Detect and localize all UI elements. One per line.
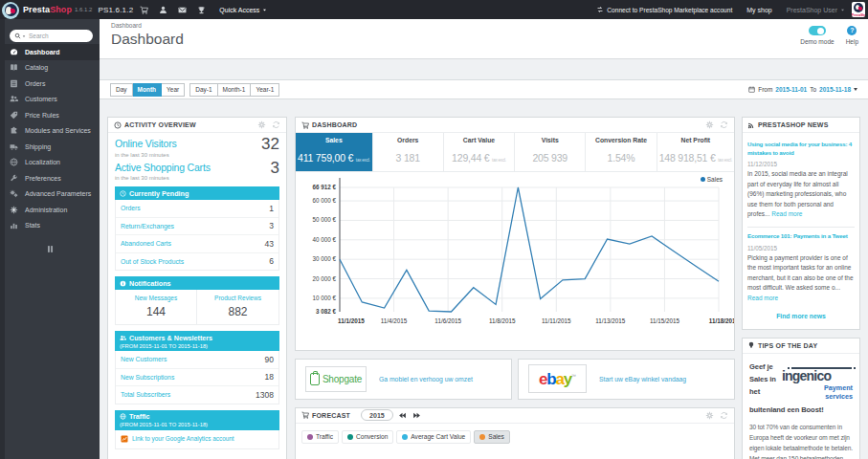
- total-subscribers-link[interactable]: Total Subscribers: [121, 391, 170, 398]
- kpi-value: 411 759,00 € tax excl.: [298, 153, 370, 164]
- month-minus-1-button[interactable]: Month-1: [218, 83, 252, 97]
- ebay-letter: a: [555, 370, 563, 388]
- sidebar-item-catalog[interactable]: Catalog: [0, 60, 100, 76]
- active-carts-link[interactable]: Active Shopping Carts: [115, 162, 211, 174]
- new-messages-link[interactable]: New Messages: [118, 295, 194, 301]
- sidebar-item-shipping[interactable]: Shipping: [0, 139, 100, 155]
- ebay-banner[interactable]: ebay™ Start uw eBay winkel vandaag: [518, 359, 735, 400]
- online-visitors-subtitle: in the last 30 minutes: [115, 152, 279, 158]
- sidebar-item-dashboard[interactable]: Dashboard: [0, 44, 100, 60]
- shop-name-link[interactable]: PS1.6.1.2: [98, 6, 133, 14]
- search-type-caret-icon[interactable]: [22, 34, 26, 38]
- month-button[interactable]: Month: [133, 83, 163, 97]
- marketplace-label: Connect to PrestaShop Marketplace accoun…: [607, 7, 732, 13]
- messages-icon[interactable]: [178, 6, 187, 14]
- user-avatar[interactable]: PrestaShop: [852, 2, 865, 17]
- my-shop-link[interactable]: My shop: [746, 7, 771, 13]
- marketplace-link[interactable]: Connect to PrestaShop Marketplace accoun…: [596, 6, 732, 13]
- kpi-net-profit[interactable]: Net Profit 148 918,51 € tax excl.: [657, 133, 734, 171]
- to-date: 2015-11-18: [819, 86, 851, 93]
- sidebar-item-localization[interactable]: Localization: [0, 155, 100, 171]
- day-button[interactable]: Day: [110, 83, 133, 97]
- panel-refresh-icon[interactable]: [272, 120, 280, 129]
- product-reviews-value: 882: [199, 305, 277, 318]
- kpi-conversion-rate[interactable]: Conversion Rate 1.54%: [586, 133, 657, 171]
- user-menu[interactable]: PrestaShop User: [787, 7, 845, 13]
- panel-settings-icon[interactable]: [705, 120, 714, 129]
- kpi-cart-value[interactable]: Cart Value 129,44 € tax excl.: [444, 133, 515, 171]
- panel-settings-icon[interactable]: [705, 411, 714, 420]
- year-button[interactable]: Year: [162, 83, 185, 97]
- new-customers-link[interactable]: New Customers: [121, 356, 167, 362]
- sidebar-item-preferences[interactable]: Preferences: [0, 170, 100, 186]
- chart-legend[interactable]: Sales: [701, 176, 723, 183]
- previous-year-button[interactable]: [398, 411, 408, 419]
- activity-overview-panel: ACTIVITY OVERVIEW Online Visitors 32 in …: [107, 117, 287, 459]
- shopgate-banner[interactable]: Shopgate Ga mobiel en verhoog uw omzet: [295, 359, 512, 400]
- sidebar-item-orders[interactable]: Orders: [0, 76, 100, 92]
- find-more-news-link[interactable]: Find more news: [747, 313, 855, 319]
- sidebar-item-customers[interactable]: Customers: [0, 92, 100, 108]
- panel-refresh-icon[interactable]: [720, 411, 728, 420]
- forecast-legend-traffic[interactable]: Traffic: [301, 430, 339, 444]
- panel-refresh-icon[interactable]: [720, 120, 728, 129]
- news-article-title[interactable]: Using social media for your business: 4 …: [747, 141, 855, 157]
- online-visitors-link[interactable]: Online Visitors: [115, 138, 177, 150]
- sidebar-item-price-rules[interactable]: Price Rules: [0, 107, 100, 123]
- kpi-visits[interactable]: Visits 205 939: [515, 133, 586, 171]
- news-article-title[interactable]: Ecommerce 101: Payments in a Tweet: [747, 232, 855, 241]
- demo-mode-toggle[interactable]: [809, 26, 826, 35]
- prestashop-logo[interactable]: [2, 2, 19, 19]
- cart-icon[interactable]: [140, 6, 148, 14]
- sidebar-item-administration[interactable]: Administration: [0, 202, 100, 218]
- panel-settings-icon[interactable]: [257, 120, 266, 129]
- news-body: Using social media for your business: 4 …: [743, 133, 859, 329]
- help-label: Help: [846, 38, 858, 45]
- sidebar-item-label: Stats: [25, 222, 40, 229]
- orders-link[interactable]: Orders: [121, 205, 141, 211]
- quick-access-menu[interactable]: Quick Access: [219, 7, 267, 13]
- year-minus-1-button[interactable]: Year-1: [251, 83, 279, 97]
- sidebar-item-label: Customers: [25, 96, 57, 102]
- forecast-legend-average-cart-value[interactable]: Average Cart Value: [396, 430, 471, 444]
- breadcrumb: Dashboard: [111, 22, 857, 29]
- chart-x-label: 11/15/2015: [650, 317, 680, 324]
- forecast-legend-conversion[interactable]: Conversion: [342, 430, 393, 444]
- shopgate-link[interactable]: Ga mobiel en verhoog uw omzet: [379, 376, 473, 382]
- row-value: 90: [265, 356, 274, 364]
- returns-link[interactable]: Return/Exchanges: [121, 223, 174, 230]
- sidebar-item-advanced-parameters[interactable]: Advanced Parameters: [0, 186, 100, 203]
- read-more-link[interactable]: Read more: [771, 210, 802, 217]
- chart-y-label: 10 000 €: [312, 294, 336, 300]
- search-input[interactable]: [29, 33, 78, 39]
- avatar-image: [854, 3, 863, 12]
- date-range-picker[interactable]: From2015-11-01 To2015-11-18: [748, 86, 857, 93]
- trophy-icon[interactable]: [197, 6, 206, 14]
- customers-topbar-icon[interactable]: [159, 6, 167, 14]
- kpi-sales[interactable]: Sales 411 759,00 € tax excl.: [296, 133, 373, 171]
- read-more-link[interactable]: Read more: [747, 295, 778, 301]
- abandoned-carts-link[interactable]: Abandoned Carts: [121, 240, 171, 247]
- collapse-menu-button[interactable]: [44, 245, 56, 253]
- out-of-stock-link[interactable]: Out of Stock Products: [121, 258, 184, 265]
- table-row: Out of Stock Products6: [116, 253, 278, 271]
- sidebar-item-modules[interactable]: Modules and Services: [0, 123, 100, 140]
- ebay-logo: ebay™: [528, 364, 587, 393]
- cart-icon: [301, 411, 309, 419]
- table-row: Abandoned Carts43: [116, 235, 278, 253]
- product-reviews-link[interactable]: Product Reviews: [199, 295, 277, 301]
- forecast-legend-sales[interactable]: Sales: [474, 430, 510, 444]
- new-subscriptions-link[interactable]: New Subscriptions: [121, 374, 174, 381]
- kpi-value: 3 181: [375, 153, 441, 164]
- search-icon[interactable]: [14, 33, 21, 39]
- chart-y-label: 20 000 €: [312, 274, 336, 281]
- kpi-orders[interactable]: Orders 3 181: [373, 133, 444, 171]
- sidebar-item-stats[interactable]: Stats: [0, 218, 100, 234]
- day-minus-1-button[interactable]: Day-1: [189, 83, 217, 97]
- advanced-parameters-icon: [10, 189, 18, 198]
- next-year-button[interactable]: [412, 411, 422, 419]
- sidebar-item-label: Catalog: [25, 64, 48, 71]
- help-button[interactable]: ?: [847, 26, 857, 35]
- ebay-link[interactable]: Start uw eBay winkel vandaag: [599, 376, 686, 382]
- google-analytics-link[interactable]: Link to your Google Analytics account: [132, 435, 234, 442]
